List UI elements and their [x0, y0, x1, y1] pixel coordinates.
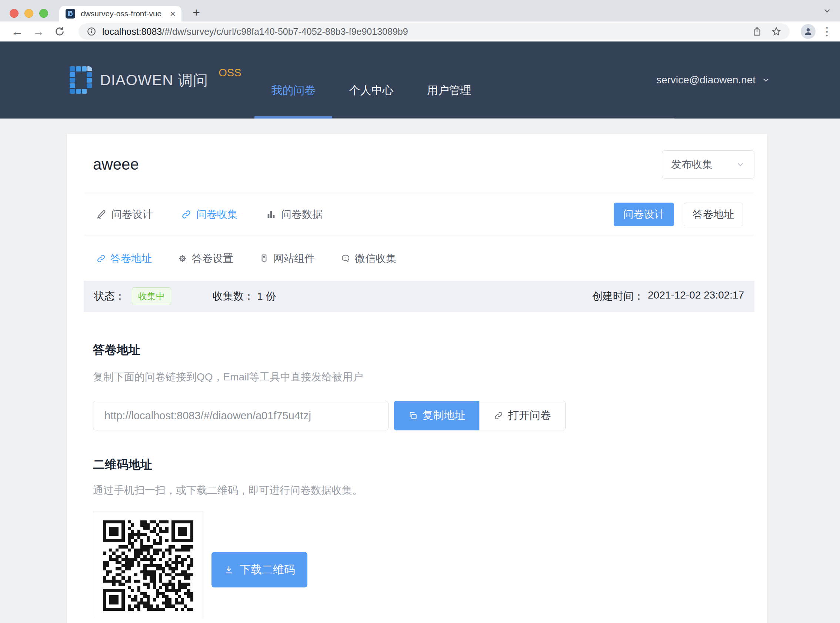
main-nav: 我的问卷 个人中心 用户管理 [254, 41, 674, 118]
open-survey-button[interactable]: 打开问卷 [479, 401, 566, 430]
browser-tab-strip: dwsurvey-oss-front-vue × + [0, 0, 840, 21]
publish-collect-select[interactable]: 发布收集 [662, 150, 754, 178]
url-host: localhost:8083 [102, 26, 162, 37]
new-tab-icon[interactable]: + [193, 5, 200, 20]
favicon-icon [65, 9, 75, 19]
subtab-answer-address[interactable]: 答卷地址 [96, 252, 152, 265]
nav-item-personal-center[interactable]: 个人中心 [332, 41, 410, 118]
select-chevron-icon [736, 160, 745, 169]
browser-toolbar: ← → localhost:8083/#/dw/survey/c/url/c98… [0, 21, 840, 41]
nav-item-my-surveys[interactable]: 我的问卷 [254, 41, 332, 118]
download-qr-button[interactable]: 下载二维码 [212, 552, 307, 588]
tab-close-icon[interactable]: × [170, 9, 176, 18]
survey-url-input[interactable]: http://localhost:8083/#/diaowen/a01f75u4… [93, 401, 388, 430]
created-time-value: 2021-12-02 23:02:17 [648, 289, 744, 303]
app-header: DIAOWEN 调问 OSS 我的问卷 个人中心 用户管理 service@di… [0, 41, 840, 118]
survey-tabs: 问卷设计 问卷收集 问卷数据 问卷设计 答卷地址 [67, 193, 767, 236]
status-badge: 收集中 [132, 287, 171, 305]
forward-icon[interactable]: → [32, 26, 44, 37]
pencil-icon [96, 209, 107, 219]
nav-item-user-management[interactable]: 用户管理 [410, 41, 488, 118]
subtab-site-widget[interactable]: 网站组件 [259, 252, 315, 265]
reload-icon[interactable] [54, 26, 65, 37]
answer-address-desc: 复制下面的问卷链接到QQ，Email等工具中直接发给被用户 [93, 370, 767, 384]
user-email: service@diaowen.net [656, 74, 756, 86]
subtab-label: 微信收集 [355, 252, 396, 265]
subtab-label: 答卷设置 [192, 252, 233, 265]
tab-label: 问卷收集 [196, 207, 238, 221]
link-icon [96, 254, 106, 263]
chevron-down-icon [762, 75, 770, 84]
tab-survey-data[interactable]: 问卷数据 [266, 207, 323, 221]
qr-heading: 二维码地址 [93, 457, 767, 472]
share-icon[interactable] [752, 26, 762, 37]
copy-address-button[interactable]: 复制地址 [394, 401, 479, 430]
qr-code-section: 二维码地址 通过手机扫一扫，或下载二维码，即可进行问卷数据收集。 下载二维码 [67, 457, 767, 619]
subtab-label: 网站组件 [273, 252, 315, 265]
subtab-label: 答卷地址 [110, 252, 152, 265]
subtab-answer-settings[interactable]: 答卷设置 [178, 252, 233, 265]
link-icon [181, 209, 192, 219]
user-menu[interactable]: service@diaowen.net [656, 41, 770, 118]
browser-menu-icon[interactable]: ⋮ [822, 28, 832, 35]
survey-design-button[interactable]: 问卷设计 [614, 203, 674, 226]
url-text[interactable]: localhost:8083/#/dw/survey/c/url/c98fa14… [102, 26, 408, 37]
created-time-label: 创建时间： [592, 289, 644, 303]
qr-desc: 通过手机扫一扫，或下载二维码，即可进行问卷数据收集。 [93, 483, 767, 498]
survey-title: aweee [93, 156, 139, 173]
status-bar: 状态： 收集中 收集数： 1 份 创建时间： 2021-12-02 23:02:… [84, 281, 754, 312]
copy-address-label: 复制地址 [423, 408, 466, 423]
bar-chart-icon [266, 209, 276, 219]
info-icon[interactable] [87, 27, 96, 36]
window-zoom-button[interactable] [39, 9, 48, 18]
open-survey-label: 打开问卷 [508, 408, 551, 423]
publish-select-value: 发布收集 [671, 157, 713, 172]
tab-title: dwsurvey-oss-front-vue [81, 9, 165, 18]
qr-code [93, 511, 203, 619]
brand-badge: OSS [219, 67, 241, 79]
browser-tab[interactable]: dwsurvey-oss-front-vue × [59, 6, 181, 21]
tag-icon [259, 254, 269, 263]
tab-survey-collect[interactable]: 问卷收集 [181, 207, 238, 221]
answer-address-heading: 答卷地址 [93, 342, 767, 357]
brand-logo-icon [69, 66, 93, 94]
status-label: 状态： [94, 289, 125, 303]
window-minimize-button[interactable] [25, 9, 33, 18]
tab-survey-design[interactable]: 问卷设计 [96, 207, 153, 221]
brand-name: DIAOWEN 调问 [100, 70, 208, 91]
chat-bubble-icon [341, 254, 350, 263]
download-qr-label: 下载二维码 [240, 562, 295, 577]
subtab-wechat-collect[interactable]: 微信收集 [341, 252, 396, 265]
bookmark-star-icon[interactable] [771, 26, 782, 37]
link-icon [494, 411, 503, 420]
created-time: 创建时间： 2021-12-02 23:02:17 [592, 289, 744, 303]
tab-label: 问卷设计 [112, 207, 153, 221]
browser-profile-avatar[interactable] [801, 24, 815, 39]
collect-count-label: 收集数： [213, 289, 254, 303]
collect-subtabs: 答卷地址 答卷设置 网站组件 [67, 236, 767, 281]
download-icon [224, 565, 234, 575]
url-bar[interactable]: localhost:8083/#/dw/survey/c/url/c98fa14… [78, 23, 789, 40]
url-path: /#/dw/survey/c/url/c98fa140-50b7-4052-88… [162, 26, 408, 37]
answer-address-section: 答卷地址 复制下面的问卷链接到QQ，Email等工具中直接发给被用户 http:… [67, 342, 767, 430]
tabstrip-chevron-down-icon[interactable] [822, 6, 832, 15]
window-close-button[interactable] [10, 9, 18, 18]
gear-icon [178, 254, 187, 263]
window-controls [10, 9, 48, 18]
brand[interactable]: DIAOWEN 调问 OSS [69, 41, 241, 118]
copy-icon [408, 411, 418, 420]
page-background: aweee 发布收集 问卷设计 问卷 [0, 118, 840, 623]
survey-card: aweee 发布收集 问卷设计 问卷 [67, 134, 767, 623]
collect-count-value: 1 份 [257, 289, 276, 303]
answer-address-button[interactable]: 答卷地址 [684, 203, 743, 226]
back-icon[interactable]: ← [11, 26, 23, 37]
tab-label: 问卷数据 [281, 207, 323, 221]
